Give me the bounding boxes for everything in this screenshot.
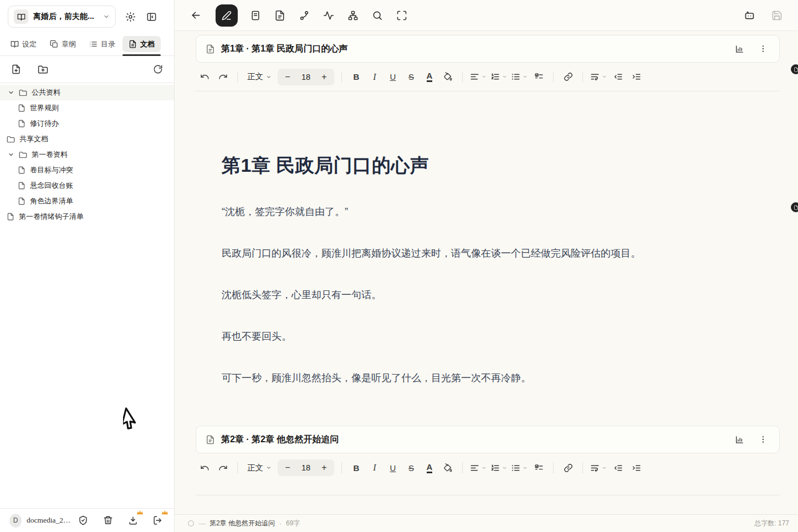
chevron-down-icon[interactable] [8,89,14,96]
editor-scroll-area[interactable]: 第1章 · 第1章 民政局门口的心声 正文 [175,31,798,514]
tab-settings[interactable]: 设定 [4,36,43,52]
tree-doc-suspense-ledger[interactable]: 悬念回收台账 [0,178,174,193]
tree-item-label: 悬念回收台账 [30,181,73,191]
ordered-list-dropdown[interactable] [490,460,507,475]
file-text-icon [206,44,215,54]
paragraph-style-value: 正文 [247,463,263,473]
branch-view-button[interactable] [298,9,311,22]
indent-button[interactable] [629,460,643,475]
activity-button[interactable] [322,9,335,22]
italic-button[interactable]: I [367,460,382,475]
tree-doc-world-rules[interactable]: 世界规则 [0,100,174,116]
new-folder-button[interactable] [36,63,49,76]
ordered-list-dropdown[interactable] [490,69,507,85]
underline-button[interactable]: U [386,460,400,475]
strikethrough-button[interactable]: S [404,69,418,85]
highlight-button[interactable] [441,69,455,85]
undo-button[interactable] [197,460,212,475]
text-color-button[interactable]: A [422,460,437,475]
save-button[interactable] [770,9,784,22]
divider [553,71,554,83]
align-dropdown[interactable] [470,460,487,475]
link-button[interactable] [561,460,575,475]
tree-doc-emotion-hooks[interactable]: 第一卷情绪钩子清单 [0,209,174,224]
chevron-down-icon [602,466,607,470]
align-dropdown[interactable] [470,69,487,85]
margin-note-badge[interactable] [791,202,798,212]
stats-button[interactable] [733,433,746,446]
bold-button[interactable]: B [349,460,364,475]
highlight-button[interactable] [441,460,455,475]
tree-doc-revision-todo[interactable]: 修订待办 [0,116,174,131]
avatar[interactable]: D [9,514,22,528]
import-button[interactable] [126,514,140,527]
trash-button[interactable] [101,514,115,527]
settings-button[interactable] [124,10,137,23]
task-list-button[interactable] [531,460,546,475]
tab-chapter-outline[interactable]: 章纲 [44,36,82,52]
tree-doc-goals-conflicts[interactable]: 卷目标与冲突 [0,162,174,178]
undo-button[interactable] [197,69,212,85]
line-spacing-dropdown[interactable] [590,460,607,475]
search-button[interactable] [371,9,384,22]
bold-button[interactable]: B [349,69,364,85]
paragraph-style-dropdown[interactable]: 正文 [245,71,274,82]
tree-folder-common[interactable]: 公共资料 [0,85,174,100]
bullet-list-dropdown[interactable] [511,69,528,85]
book-selector[interactable]: 离婚后，前夫能... [8,6,116,28]
paragraph: 可下一秒，顾淮川忽然抬头，像是听见了什么，目光第一次不再冷静。 [222,371,754,386]
decrease-font-button[interactable]: − [281,70,294,84]
indent-button[interactable] [629,69,643,85]
structure-button[interactable] [346,9,360,22]
chapter-1-content[interactable]: 第1章 民政局门口的心声 “沈栀，签完字你就自由了。” 民政局门口的风很冷，顾淮… [196,152,780,386]
chapter-1-header-card[interactable]: 第1章 · 第1章 民政局门口的心声 [196,35,780,63]
italic-button[interactable]: I [367,69,382,85]
status-chapter-title[interactable]: 第2章 他忽然开始追问 [209,519,275,528]
main-area: 第1章 · 第1章 民政局门口的心声 正文 [175,0,798,532]
redo-button[interactable] [216,69,230,85]
redo-button[interactable] [216,460,230,475]
format-toolbar-2: 正文 − 18 + B I U S A [196,453,780,482]
back-button[interactable] [189,9,202,22]
status-circle-icon[interactable] [187,520,195,527]
line-spacing-dropdown[interactable] [590,69,607,85]
collapse-sidebar-button[interactable] [145,10,158,23]
outdent-button[interactable] [611,69,625,85]
ai-assistant-button[interactable] [743,9,756,22]
tree-folder-shared-docs[interactable]: 共享文档 [0,131,174,147]
tab-documents[interactable]: 文档 [122,36,161,52]
text-color-button[interactable]: A [422,69,437,85]
chevron-down-icon[interactable] [8,151,14,158]
link-button[interactable] [561,69,575,85]
stats-button[interactable] [733,42,746,55]
tree-doc-character-boundaries[interactable]: 角色边界清单 [0,193,174,209]
panel-left-icon [146,12,157,22]
bullet-list-dropdown[interactable] [511,460,528,475]
increase-font-button[interactable]: + [318,461,331,474]
redo-icon [218,72,228,81]
refresh-button[interactable] [151,63,165,76]
write-mode-button[interactable] [216,4,238,27]
document-view-button[interactable] [273,9,287,22]
new-document-button[interactable] [9,63,23,76]
more-options-button[interactable] [756,433,770,446]
story-book-button[interactable] [249,9,262,22]
fullscreen-button[interactable] [395,9,408,22]
more-options-button[interactable] [756,42,770,55]
strikethrough-button[interactable]: S [404,460,418,475]
outdent-button[interactable] [611,460,625,475]
verify-button[interactable] [76,514,90,527]
export-button[interactable] [151,514,165,527]
tab-table-of-contents[interactable]: 目录 [83,36,121,52]
chevron-down-icon [266,465,272,470]
task-list-button[interactable] [531,69,546,85]
underline-button[interactable]: U [386,69,400,85]
margin-note-badge[interactable] [791,64,798,74]
ordered-list-icon [490,72,500,81]
increase-font-button[interactable]: + [318,70,331,84]
tree-folder-volume1[interactable]: 第一卷资料 [0,147,174,162]
decrease-font-button[interactable]: − [281,461,294,474]
wrap-text-icon [590,463,600,473]
chapter-2-header-card[interactable]: 第2章 · 第2章 他忽然开始追问 [196,426,780,453]
paragraph-style-dropdown[interactable]: 正文 [245,463,274,473]
